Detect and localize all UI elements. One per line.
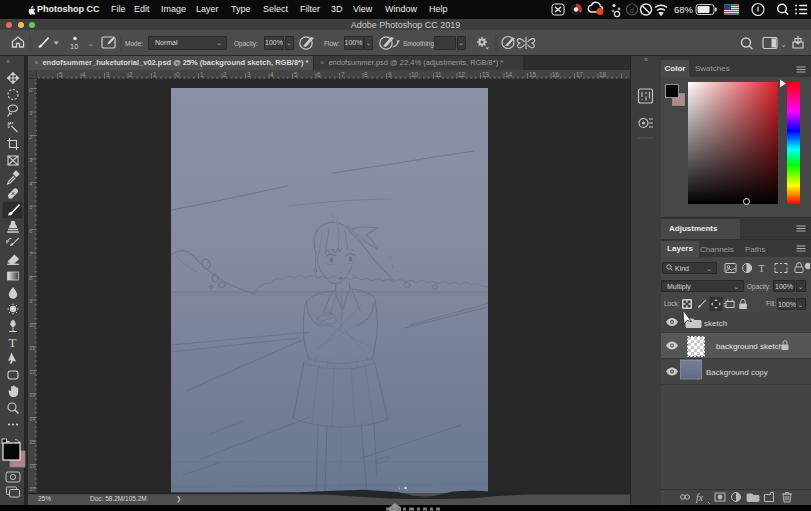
svg-text:68%: 68%: [674, 4, 694, 15]
svg-text:1: 1: [200, 71, 204, 78]
svg-text:background sketch: background sketch: [716, 342, 783, 351]
svg-text:0: 0: [176, 71, 180, 78]
svg-text:14: 14: [505, 71, 513, 78]
svg-text:12: 12: [29, 369, 36, 375]
svg-text:»: »: [6, 58, 10, 65]
svg-text:4: 4: [270, 71, 274, 78]
svg-text:16: 16: [552, 71, 560, 78]
svg-text:10: 10: [70, 42, 78, 51]
svg-text:14: 14: [29, 416, 36, 422]
svg-text:3: 3: [247, 71, 251, 78]
svg-text:Background copy: Background copy: [706, 368, 768, 377]
svg-text:⌄: ⌄: [780, 40, 787, 49]
svg-text:12: 12: [458, 71, 466, 78]
svg-text:15: 15: [529, 71, 537, 78]
svg-text:7: 7: [341, 71, 345, 78]
svg-text:16: 16: [29, 463, 36, 469]
svg-text:8: 8: [364, 71, 368, 78]
svg-text:13: 13: [29, 392, 36, 398]
svg-text:13: 13: [482, 71, 490, 78]
svg-text:4: 4: [82, 71, 86, 78]
svg-text:11: 11: [29, 345, 36, 351]
svg-text:5: 5: [294, 71, 298, 78]
svg-text:⌄: ⌄: [88, 40, 94, 47]
svg-text:6: 6: [317, 71, 321, 78]
svg-text:1: 1: [153, 71, 157, 78]
svg-text:9: 9: [388, 71, 392, 78]
svg-text:«: «: [644, 56, 648, 63]
svg-text:3: 3: [106, 71, 110, 78]
svg-text:T: T: [9, 335, 17, 350]
svg-text:15: 15: [29, 439, 36, 445]
svg-text:sketch: sketch: [704, 319, 727, 328]
svg-text:5: 5: [59, 71, 63, 78]
svg-text:T: T: [759, 263, 765, 274]
svg-text:11: 11: [435, 71, 442, 78]
svg-text:18: 18: [599, 71, 607, 78]
svg-text:d: d: [630, 6, 634, 15]
svg-text:2: 2: [129, 71, 133, 78]
svg-text:17: 17: [576, 71, 584, 78]
svg-text:fx: fx: [696, 492, 704, 503]
svg-text:2: 2: [223, 71, 227, 78]
svg-text:10: 10: [29, 322, 36, 328]
svg-text:10: 10: [411, 71, 419, 78]
